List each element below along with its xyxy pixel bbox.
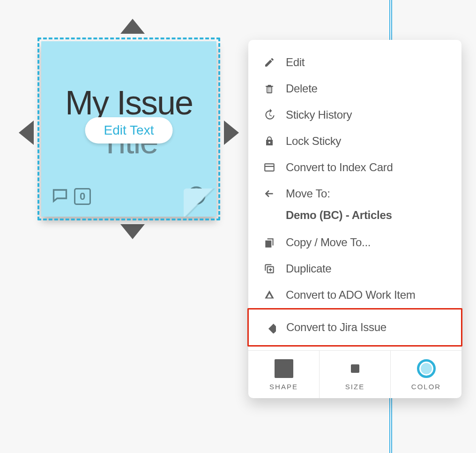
svg-rect-2 [268,324,276,333]
trash-icon [262,83,276,94]
menu-label: Copy / Move To... [286,236,371,249]
menu-label: Convert to Index Card [286,161,393,174]
sticky-note[interactable]: My Issue Title 0 Edit Text [37,38,220,220]
comment-icon[interactable] [52,187,68,206]
edit-text-button[interactable]: Edit Text [85,117,173,143]
menu-item-copy-move[interactable]: Copy / Move To... [248,229,461,256]
shape-button[interactable]: SHAPE [248,351,320,398]
arrow-left-icon [262,188,276,200]
color-swatch-icon [417,359,436,378]
duplicate-icon [262,263,276,275]
menu-label: Convert to ADO Work Item [286,288,415,302]
sticky-title-line1: My Issue [41,83,216,122]
menu-label: Delete [286,82,318,95]
pencil-icon [262,57,276,68]
menu-list: Edit Delete Sticky History Lock Sticky C [248,40,461,350]
menu-item-convert-ado[interactable]: Convert to ADO Work Item [248,282,461,308]
menu-item-lock[interactable]: Lock Sticky [248,128,461,154]
menu-item-delete[interactable]: Delete [248,76,461,102]
color-label: COLOR [411,383,441,391]
shape-label: SHAPE [269,383,298,391]
menu-item-convert-index-card[interactable]: Convert to Index Card [248,154,461,181]
arrow-down-handle[interactable] [120,224,145,239]
color-button[interactable]: COLOR [391,351,461,398]
arrow-left-handle[interactable] [19,121,34,145]
sticky-footer: 0 [52,186,206,207]
move-to-target: Demo (BC) - Articles [248,207,461,229]
size-swatch-icon [351,364,359,373]
jira-icon [263,321,277,333]
shape-swatch-icon [275,359,293,378]
menu-label: Move To: [286,187,330,200]
copy-icon [262,236,276,249]
menu-label: Convert to Jira Issue [286,321,387,334]
menu-item-edit[interactable]: Edit [248,49,461,76]
menu-label: Sticky History [286,108,352,121]
lock-icon [262,136,276,147]
menu-item-history[interactable]: Sticky History [248,102,461,128]
highlighted-menu-item: Convert to Jira Issue [247,308,462,347]
ado-icon [262,289,276,301]
check-circle-icon[interactable] [186,186,206,207]
menu-item-convert-jira[interactable]: Convert to Jira Issue [249,310,461,345]
svg-point-0 [188,188,205,204]
menu-item-move-to[interactable]: Move To: [248,181,461,207]
arrow-right-handle[interactable] [224,121,239,145]
card-icon [262,161,276,174]
arrow-up-handle[interactable] [120,19,145,34]
history-icon [262,109,276,121]
size-button[interactable]: SIZE [320,351,391,398]
menu-label: Duplicate [286,262,331,275]
menu-label: Edit [286,56,305,69]
context-menu: Edit Delete Sticky History Lock Sticky C [248,40,461,398]
size-label: SIZE [345,383,364,391]
menu-footer: SHAPE SIZE COLOR [248,350,461,398]
menu-item-duplicate[interactable]: Duplicate [248,256,461,282]
vote-count[interactable]: 0 [74,188,91,205]
menu-label: Lock Sticky [286,135,341,148]
